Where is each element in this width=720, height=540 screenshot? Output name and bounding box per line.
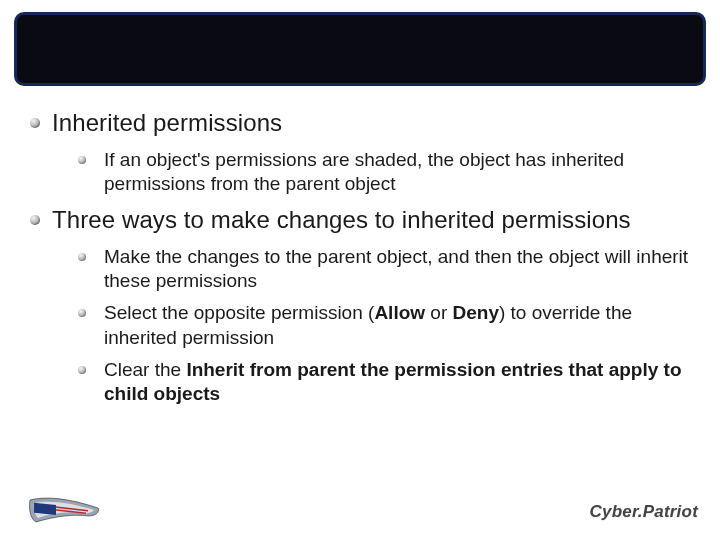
bullet-list: Inherited permissions If an object's per… [30, 108, 696, 407]
bullet-icon [78, 366, 86, 374]
sub-list: If an object's permissions are shaded, t… [52, 148, 696, 197]
bullet-icon [78, 309, 86, 317]
list-item-text: Select the opposite permission (Allow or… [104, 301, 696, 350]
bullet-icon [78, 253, 86, 261]
list-item-text: Inherited permissions [52, 108, 696, 138]
slide: Inherited permissions If an object's per… [0, 0, 720, 540]
bullet-icon [30, 118, 40, 128]
list-item: Three ways to make changes to inherited … [30, 205, 696, 407]
content-area: Inherited permissions If an object's per… [30, 108, 696, 415]
list-item-text: Clear the Inherit from parent the permis… [104, 358, 696, 407]
footer: Cyber.Patriot [0, 486, 720, 530]
flag-ribbon-logo [28, 494, 106, 526]
bullet-icon [30, 215, 40, 225]
list-item: Clear the Inherit from parent the permis… [78, 358, 696, 407]
title-bar [14, 12, 706, 86]
list-item-text: Three ways to make changes to inherited … [52, 205, 696, 235]
sub-list: Make the changes to the parent object, a… [52, 245, 696, 407]
brand-text: Cyber.Patriot [590, 502, 698, 522]
list-item: Select the opposite permission (Allow or… [78, 301, 696, 350]
list-item: Make the changes to the parent object, a… [78, 245, 696, 294]
list-item: If an object's permissions are shaded, t… [78, 148, 696, 197]
list-item: Inherited permissions If an object's per… [30, 108, 696, 197]
list-item-text: Make the changes to the parent object, a… [104, 245, 696, 294]
bullet-icon [78, 156, 86, 164]
list-item-text: If an object's permissions are shaded, t… [104, 148, 696, 197]
